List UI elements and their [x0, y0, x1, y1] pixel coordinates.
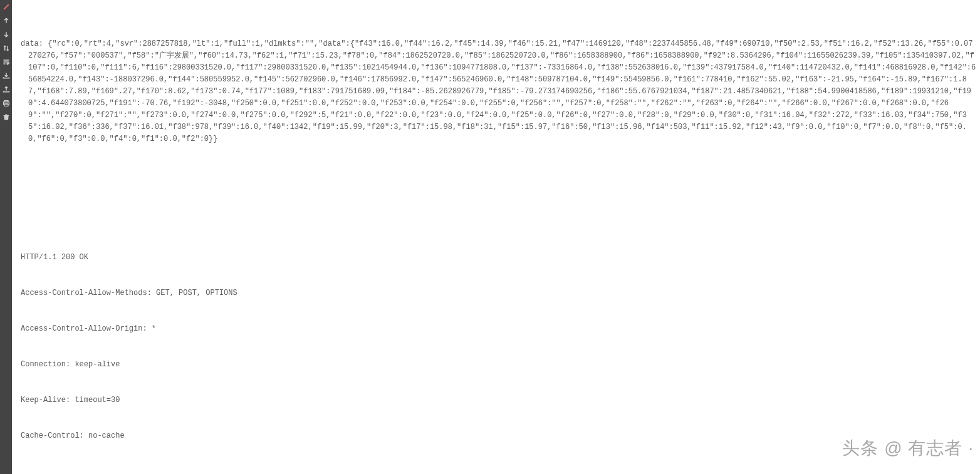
app-root: data: {"rc":0,"rt":4,"svr":2887257818,"l…	[0, 0, 980, 474]
header-cache-control: Cache-Control: no-cache	[21, 430, 976, 442]
header-content-type-highlighted: Content-Type: text/event-stream; charset…	[21, 466, 976, 474]
header-keep-alive: Keep-Alive: timeout=30	[21, 394, 976, 406]
arrow-up-icon[interactable]	[2, 16, 11, 25]
arrow-down-icon[interactable]	[2, 30, 11, 39]
http-status-line: HTTP/1.1 200 OK	[21, 252, 976, 264]
raw-response-viewer[interactable]: data: {"rc":0,"rt":4,"svr":2887257818,"l…	[12, 0, 980, 474]
sse-data-block-1: data: {"rc":0,"rt":4,"svr":2887257818,"l…	[21, 38, 976, 145]
header-allow-methods: Access-Control-Allow-Methods: GET, POST,…	[21, 287, 976, 299]
left-toolbar	[0, 0, 12, 474]
export-icon[interactable]	[2, 85, 11, 94]
header-allow-origin: Access-Control-Allow-Origin: *	[21, 323, 976, 335]
sort-icon[interactable]	[2, 44, 11, 53]
trash-icon[interactable]	[2, 113, 11, 121]
import-icon[interactable]	[2, 71, 11, 80]
wrap-icon[interactable]	[2, 58, 11, 66]
print-icon[interactable]	[2, 99, 11, 108]
pencil-icon[interactable]	[2, 3, 11, 11]
header-connection: Connection: keep-alive	[21, 359, 976, 371]
